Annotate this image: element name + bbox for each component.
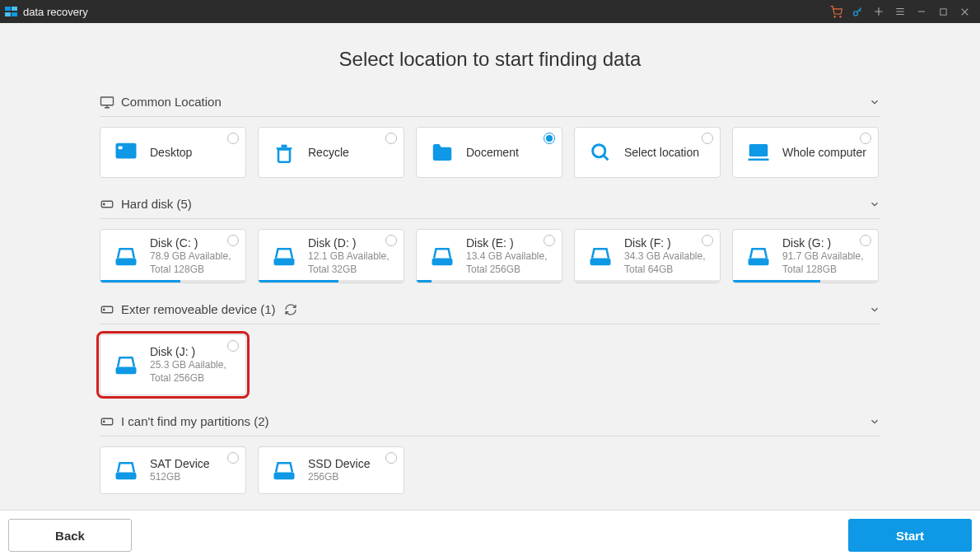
drive-icon <box>270 456 298 484</box>
disk-sub: 91.7 GB Available, Total 128GB <box>782 250 873 276</box>
radio-icon <box>385 235 397 246</box>
search-icon <box>586 138 614 166</box>
svg-point-5 <box>839 16 840 16</box>
disk-card[interactable]: Disk (D: )12.1 GB Available, Total 32GB <box>258 229 404 283</box>
trash-icon <box>270 138 298 166</box>
radio-icon <box>860 133 871 144</box>
radio-icon <box>544 235 555 246</box>
card-label: Select location <box>624 146 699 159</box>
svg-point-6 <box>853 11 857 15</box>
section-label: Hard disk (5) <box>121 197 192 211</box>
svg-rect-2 <box>5 12 11 16</box>
location-card-select-location[interactable]: Select location <box>574 127 721 178</box>
refresh-icon[interactable] <box>284 303 297 316</box>
radio-icon <box>385 133 397 144</box>
radio-icon <box>227 235 239 246</box>
section-hard-disk[interactable]: Hard disk (5) <box>100 193 880 219</box>
disk-icon <box>100 414 114 429</box>
svg-rect-1 <box>12 7 17 11</box>
titlebar: data recovery <box>0 0 980 23</box>
disk-sub: 12.1 GB Available, Total 32GB <box>308 250 399 276</box>
drive-icon <box>112 351 140 379</box>
device-sub: 256GB <box>308 471 370 484</box>
radio-icon <box>227 133 239 144</box>
section-common-location[interactable]: Common Location <box>100 91 880 117</box>
section-label: Exter removeable device (1) <box>121 302 276 316</box>
card-label: Whole computer <box>782 146 866 159</box>
desktop-icon <box>112 138 140 166</box>
external-disk-card[interactable]: Disk (J: ) 25.3 GB Aailable, Total 256GB <box>100 334 246 395</box>
menu-icon[interactable] <box>889 0 911 23</box>
app-title: data recovery <box>23 6 88 18</box>
disk-card[interactable]: Disk (F: )34.3 GB Available, Total 64GB <box>574 229 721 283</box>
radio-icon <box>702 133 713 144</box>
svg-point-16 <box>104 309 105 310</box>
minimize-icon[interactable] <box>911 0 932 23</box>
drive-icon <box>112 456 140 484</box>
svg-point-11 <box>593 145 605 157</box>
section-external-device[interactable]: Exter removeable device (1) <box>100 298 880 324</box>
drive-icon <box>428 242 456 270</box>
disk-card[interactable]: Disk (E: )13.4 GB Available, Total 256GB <box>416 229 562 283</box>
disk-card[interactable]: Disk (G: )91.7 GB Available, Total 128GB <box>732 229 879 283</box>
disk-sub: 25.3 GB Aailable, Total 256GB <box>150 359 240 385</box>
usage-bar <box>575 280 720 282</box>
chevron-down-icon <box>869 96 880 108</box>
card-label: Docement <box>466 146 519 159</box>
section-label: I can't find my partitions (2) <box>121 414 269 428</box>
device-sub: 512GB <box>150 471 210 484</box>
disk-sub: 13.4 GB Available, Total 256GB <box>466 250 557 276</box>
add-icon[interactable] <box>868 0 889 23</box>
usage-bar <box>733 280 878 282</box>
chevron-down-icon <box>869 198 880 210</box>
radio-icon <box>385 452 397 464</box>
section-label: Common Location <box>121 95 222 109</box>
svg-rect-10 <box>119 147 123 150</box>
cart-icon[interactable] <box>825 0 847 23</box>
location-card-whole-computer[interactable]: Whole computer <box>732 127 879 178</box>
app-logo-icon <box>5 5 18 18</box>
disk-sub: 34.3 GB Available, Total 64GB <box>624 250 715 276</box>
location-card-document[interactable]: Docement <box>416 127 562 178</box>
svg-point-18 <box>104 421 105 422</box>
back-button[interactable]: Back <box>8 519 132 552</box>
radio-icon <box>860 235 871 246</box>
svg-rect-8 <box>101 97 114 105</box>
device-card[interactable]: SSD Device256GB <box>258 446 404 494</box>
start-button[interactable]: Start <box>848 519 972 552</box>
device-title: SSD Device <box>308 457 370 470</box>
disk-icon <box>100 197 114 212</box>
location-card-desktop[interactable]: Desktop <box>100 127 246 178</box>
disk-sub: 78.9 GB Available, Total 128GB <box>150 250 240 276</box>
usage-bar <box>417 280 562 282</box>
radio-icon <box>227 340 239 352</box>
key-icon[interactable] <box>847 0 868 23</box>
card-label: Recycle <box>308 146 349 159</box>
radio-icon <box>227 452 239 464</box>
svg-point-14 <box>104 203 105 205</box>
chevron-down-icon <box>869 304 880 315</box>
main-panel: Select location to start finding data Co… <box>0 23 980 510</box>
footer: Back Start <box>0 510 980 560</box>
drive-icon <box>112 242 140 270</box>
close-icon[interactable] <box>954 0 975 23</box>
svg-rect-3 <box>12 12 17 16</box>
device-card[interactable]: SAT Device512GB <box>100 446 246 494</box>
chevron-down-icon <box>869 416 880 427</box>
maximize-icon[interactable] <box>932 0 954 23</box>
svg-rect-9 <box>116 143 137 159</box>
section-lost-partitions[interactable]: I can't find my partitions (2) <box>100 410 880 436</box>
disk-icon <box>100 302 114 317</box>
drive-icon <box>586 242 614 270</box>
radio-icon <box>702 235 713 246</box>
computer-icon <box>744 138 772 166</box>
drive-icon <box>744 242 772 270</box>
usage-bar <box>259 280 404 282</box>
svg-rect-12 <box>749 144 768 156</box>
radio-icon <box>544 133 555 144</box>
drive-icon <box>270 242 298 270</box>
usage-bar <box>100 280 245 282</box>
disk-card[interactable]: Disk (C: )78.9 GB Available, Total 128GB <box>100 229 246 283</box>
location-card-recycle[interactable]: Recycle <box>258 127 404 178</box>
svg-rect-7 <box>940 8 945 14</box>
